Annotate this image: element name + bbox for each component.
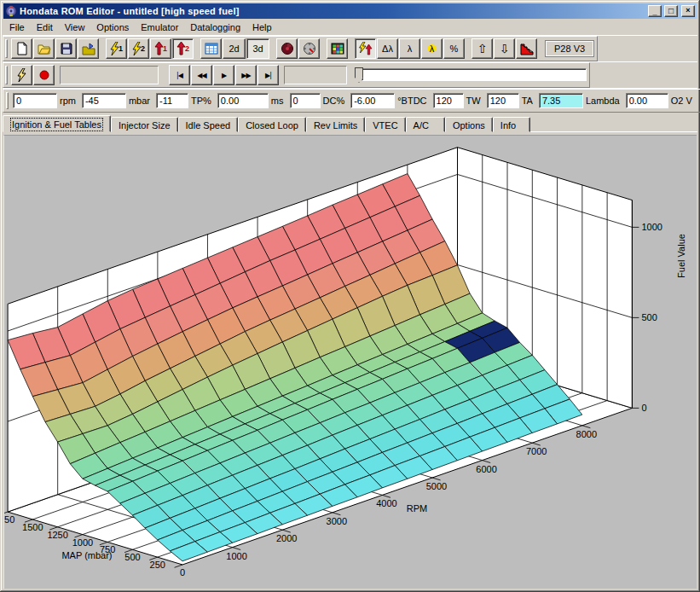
record-button[interactable]: [33, 65, 55, 85]
lambda-button[interactable]: λ: [399, 38, 420, 59]
go-last-button[interactable]: ▶|: [257, 65, 279, 85]
rewind-button[interactable]: ◀◀: [191, 65, 212, 85]
svg-text:8000: 8000: [576, 429, 597, 439]
menu-edit[interactable]: Edit: [31, 20, 59, 34]
tab-info[interactable]: Info: [493, 117, 530, 132]
open-file-button[interactable]: [33, 38, 55, 59]
dc-label: DC%: [323, 96, 345, 106]
percent-button[interactable]: %: [443, 38, 465, 59]
rewind-icon: ◀◀: [197, 72, 205, 79]
rpm-axis-label: RPM: [407, 503, 427, 514]
btdc-value[interactable]: -6.00: [350, 93, 395, 108]
live-data-bar: 0rpm -45mbar -11TP% 0.00ms 0DC% -6.00°BT…: [3, 88, 697, 113]
view-2d-button[interactable]: 2d: [223, 38, 246, 59]
svg-text:1000: 1000: [226, 551, 246, 561]
ms-value[interactable]: 0.00: [217, 93, 269, 108]
first-icon: |◀: [176, 72, 182, 79]
tab-closed-loop[interactable]: Closed Loop: [238, 117, 306, 132]
tw-label: TW: [466, 96, 481, 106]
open-folder-icon: [38, 42, 51, 55]
new-file-icon: [15, 42, 29, 55]
gauge-button[interactable]: [298, 38, 320, 59]
svg-text:1250: 1250: [47, 530, 67, 540]
tab-rev-limits[interactable]: Rev Limits: [306, 117, 365, 132]
svg-text:0: 0: [180, 567, 185, 577]
window-title: Hondata ROM Editor - untitled [high spee…: [20, 6, 645, 16]
tp-label: TP%: [191, 96, 211, 106]
minimize-button[interactable]: _: [648, 5, 662, 17]
go-first-button[interactable]: |◀: [169, 65, 190, 85]
maximize-button[interactable]: □: [664, 5, 678, 17]
svg-text:1000: 1000: [641, 222, 662, 232]
menu-datalogging[interactable]: Datalogging: [184, 20, 246, 34]
tp-value[interactable]: -11: [156, 93, 188, 108]
svg-text:500: 500: [641, 312, 657, 322]
close-button[interactable]: ×: [681, 5, 695, 17]
folder-out-icon: [82, 42, 95, 55]
svg-text:4000: 4000: [376, 498, 396, 508]
dc-value[interactable]: 0: [290, 93, 321, 108]
datalog-position-slider[interactable]: [355, 67, 587, 83]
up-arrow-icon: ⇧: [477, 42, 488, 55]
svg-text:1750: 1750: [4, 514, 14, 525]
btdc-label: °BTDC: [397, 96, 426, 106]
menu-options[interactable]: Options: [90, 20, 135, 34]
app-icon: [5, 5, 17, 17]
menu-emulator[interactable]: Emulator: [135, 20, 184, 34]
map-label: mbar: [129, 96, 150, 106]
rpm-value[interactable]: 0: [13, 93, 57, 108]
upload-rom-button[interactable]: [78, 38, 99, 59]
color-table-button[interactable]: [327, 38, 348, 59]
tab-ignition-fuel-tables[interactable]: Ignition & Fuel Tables: [3, 115, 111, 132]
map-value[interactable]: -45: [82, 93, 126, 108]
fuel-ignition-view-button[interactable]: [355, 38, 376, 59]
tab-vtec[interactable]: VTEC: [365, 117, 405, 132]
fuel-value-axis-label: Fuel Value: [676, 234, 686, 278]
gauge-icon: [303, 42, 316, 55]
shift-down-button[interactable]: ⇩: [494, 38, 515, 59]
interpolate-button[interactable]: [516, 38, 537, 59]
lambda-value[interactable]: 7.35: [539, 93, 583, 108]
fuel-surface-3d-chart[interactable]: 1000200030004000500060007000800002505007…: [4, 136, 697, 589]
tab-idle-speed[interactable]: Idle Speed: [178, 117, 239, 132]
shift-up-button[interactable]: ⇧: [471, 38, 493, 59]
lambda-target-button[interactable]: λ: [421, 38, 443, 59]
play-icon: ▶: [222, 72, 226, 79]
o2v-label: O2 V: [671, 96, 692, 106]
datalog-connect-button[interactable]: [11, 65, 32, 85]
play-button[interactable]: ▶: [213, 65, 234, 85]
fuel-table-1-button[interactable]: 1: [106, 38, 127, 59]
o2v-value[interactable]: 0.00: [626, 93, 668, 108]
tab-injector-size[interactable]: Injector Size: [111, 117, 178, 132]
toolbar-grip[interactable]: [5, 39, 8, 58]
ta-value[interactable]: 120: [487, 93, 519, 108]
svg-text:0: 0: [641, 403, 646, 413]
ignition-table-2-button[interactable]: 2: [172, 38, 194, 59]
lambda-label: Lambda: [586, 96, 620, 106]
new-file-button[interactable]: [11, 38, 32, 59]
tab-ac[interactable]: A/C: [406, 117, 445, 132]
menu-help[interactable]: Help: [246, 20, 278, 34]
rpm-label: rpm: [60, 96, 76, 106]
lightning-icon: [17, 68, 26, 82]
ta-label: TA: [522, 96, 533, 106]
tw-value[interactable]: 120: [433, 93, 464, 108]
toolbar-grip[interactable]: [6, 92, 9, 109]
slider-track[interactable]: [362, 68, 587, 81]
rom-version-box: P28 V3: [545, 40, 594, 57]
save-button[interactable]: [55, 38, 77, 59]
table-view-button[interactable]: [200, 38, 222, 59]
menu-file[interactable]: File: [3, 20, 31, 34]
frame-panel: [284, 66, 347, 84]
tab-options[interactable]: Options: [445, 117, 493, 132]
rotor-button[interactable]: [276, 38, 298, 59]
ignition-table-1-button[interactable]: 1: [150, 38, 171, 59]
delta-lambda-button[interactable]: Δλ: [377, 38, 398, 59]
menu-view[interactable]: View: [59, 20, 91, 34]
view-3d-button[interactable]: 3d: [246, 38, 269, 59]
svg-text:2000: 2000: [276, 533, 297, 543]
fast-forward-button[interactable]: ▶▶: [235, 65, 257, 85]
svg-text:3000: 3000: [327, 516, 347, 526]
toolbar-grip[interactable]: [5, 66, 8, 84]
fuel-table-2-button[interactable]: 2: [128, 38, 149, 59]
